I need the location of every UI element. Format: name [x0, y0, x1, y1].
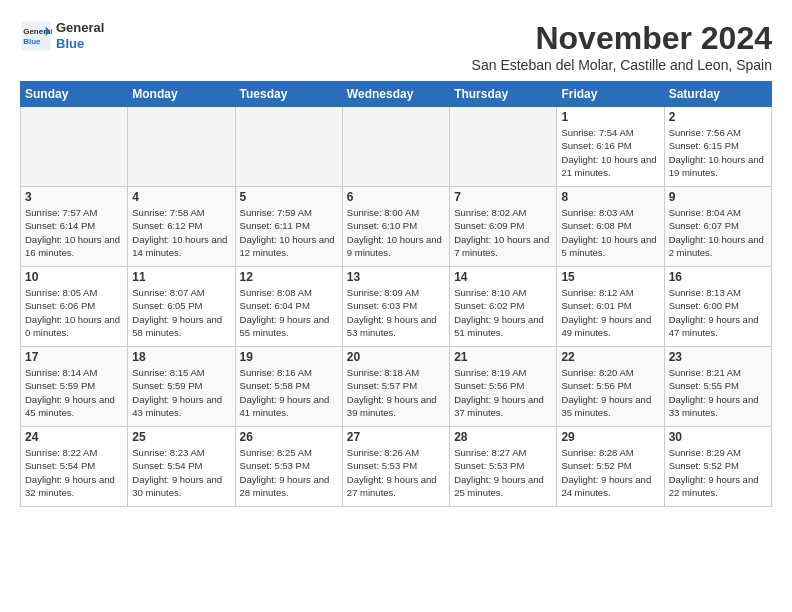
calendar-cell: 10Sunrise: 8:05 AMSunset: 6:06 PMDayligh…: [21, 267, 128, 347]
day-number: 27: [347, 430, 445, 444]
calendar-cell: 26Sunrise: 8:25 AMSunset: 5:53 PMDayligh…: [235, 427, 342, 507]
calendar-cell: 21Sunrise: 8:19 AMSunset: 5:56 PMDayligh…: [450, 347, 557, 427]
calendar-cell: 7Sunrise: 8:02 AMSunset: 6:09 PMDaylight…: [450, 187, 557, 267]
location-title: San Esteban del Molar, Castille and Leon…: [472, 57, 772, 73]
day-number: 10: [25, 270, 123, 284]
calendar-cell: 25Sunrise: 8:23 AMSunset: 5:54 PMDayligh…: [128, 427, 235, 507]
calendar-cell: 12Sunrise: 8:08 AMSunset: 6:04 PMDayligh…: [235, 267, 342, 347]
day-number: 20: [347, 350, 445, 364]
day-number: 8: [561, 190, 659, 204]
day-number: 5: [240, 190, 338, 204]
weekday-header-monday: Monday: [128, 82, 235, 107]
calendar-cell: 16Sunrise: 8:13 AMSunset: 6:00 PMDayligh…: [664, 267, 771, 347]
day-info: Sunrise: 8:08 AMSunset: 6:04 PMDaylight:…: [240, 286, 338, 339]
day-info: Sunrise: 8:09 AMSunset: 6:03 PMDaylight:…: [347, 286, 445, 339]
calendar-cell: [450, 107, 557, 187]
day-info: Sunrise: 8:28 AMSunset: 5:52 PMDaylight:…: [561, 446, 659, 499]
weekday-header-thursday: Thursday: [450, 82, 557, 107]
calendar-cell: 6Sunrise: 8:00 AMSunset: 6:10 PMDaylight…: [342, 187, 449, 267]
calendar-cell: 28Sunrise: 8:27 AMSunset: 5:53 PMDayligh…: [450, 427, 557, 507]
day-number: 4: [132, 190, 230, 204]
day-number: 21: [454, 350, 552, 364]
day-number: 17: [25, 350, 123, 364]
day-info: Sunrise: 7:59 AMSunset: 6:11 PMDaylight:…: [240, 206, 338, 259]
day-number: 23: [669, 350, 767, 364]
day-info: Sunrise: 7:56 AMSunset: 6:15 PMDaylight:…: [669, 126, 767, 179]
day-number: 7: [454, 190, 552, 204]
logo: General Blue General Blue: [20, 20, 104, 52]
calendar-cell: 29Sunrise: 8:28 AMSunset: 5:52 PMDayligh…: [557, 427, 664, 507]
day-info: Sunrise: 7:54 AMSunset: 6:16 PMDaylight:…: [561, 126, 659, 179]
calendar-cell: 9Sunrise: 8:04 AMSunset: 6:07 PMDaylight…: [664, 187, 771, 267]
week-row-1: 1Sunrise: 7:54 AMSunset: 6:16 PMDaylight…: [21, 107, 772, 187]
day-info: Sunrise: 8:29 AMSunset: 5:52 PMDaylight:…: [669, 446, 767, 499]
day-number: 22: [561, 350, 659, 364]
weekday-header-saturday: Saturday: [664, 82, 771, 107]
day-info: Sunrise: 8:20 AMSunset: 5:56 PMDaylight:…: [561, 366, 659, 419]
day-number: 11: [132, 270, 230, 284]
day-info: Sunrise: 8:27 AMSunset: 5:53 PMDaylight:…: [454, 446, 552, 499]
day-number: 30: [669, 430, 767, 444]
day-info: Sunrise: 8:23 AMSunset: 5:54 PMDaylight:…: [132, 446, 230, 499]
calendar-cell: 27Sunrise: 8:26 AMSunset: 5:53 PMDayligh…: [342, 427, 449, 507]
calendar-cell: 1Sunrise: 7:54 AMSunset: 6:16 PMDaylight…: [557, 107, 664, 187]
day-info: Sunrise: 7:58 AMSunset: 6:12 PMDaylight:…: [132, 206, 230, 259]
calendar-cell: [21, 107, 128, 187]
calendar-cell: 4Sunrise: 7:58 AMSunset: 6:12 PMDaylight…: [128, 187, 235, 267]
calendar-table: SundayMondayTuesdayWednesdayThursdayFrid…: [20, 81, 772, 507]
calendar-cell: 14Sunrise: 8:10 AMSunset: 6:02 PMDayligh…: [450, 267, 557, 347]
weekday-header-wednesday: Wednesday: [342, 82, 449, 107]
calendar-cell: [235, 107, 342, 187]
week-row-4: 17Sunrise: 8:14 AMSunset: 5:59 PMDayligh…: [21, 347, 772, 427]
day-info: Sunrise: 8:12 AMSunset: 6:01 PMDaylight:…: [561, 286, 659, 339]
logo-blue: Blue: [56, 36, 104, 52]
month-title: November 2024: [472, 20, 772, 57]
day-info: Sunrise: 8:16 AMSunset: 5:58 PMDaylight:…: [240, 366, 338, 419]
day-number: 18: [132, 350, 230, 364]
day-number: 26: [240, 430, 338, 444]
day-number: 3: [25, 190, 123, 204]
calendar-cell: [342, 107, 449, 187]
calendar-cell: 30Sunrise: 8:29 AMSunset: 5:52 PMDayligh…: [664, 427, 771, 507]
calendar-cell: 19Sunrise: 8:16 AMSunset: 5:58 PMDayligh…: [235, 347, 342, 427]
page-header: General Blue General Blue November 2024 …: [20, 20, 772, 73]
day-info: Sunrise: 8:07 AMSunset: 6:05 PMDaylight:…: [132, 286, 230, 339]
day-number: 24: [25, 430, 123, 444]
day-info: Sunrise: 7:57 AMSunset: 6:14 PMDaylight:…: [25, 206, 123, 259]
day-info: Sunrise: 8:10 AMSunset: 6:02 PMDaylight:…: [454, 286, 552, 339]
day-info: Sunrise: 8:18 AMSunset: 5:57 PMDaylight:…: [347, 366, 445, 419]
calendar-cell: 2Sunrise: 7:56 AMSunset: 6:15 PMDaylight…: [664, 107, 771, 187]
day-info: Sunrise: 8:26 AMSunset: 5:53 PMDaylight:…: [347, 446, 445, 499]
week-row-2: 3Sunrise: 7:57 AMSunset: 6:14 PMDaylight…: [21, 187, 772, 267]
day-number: 19: [240, 350, 338, 364]
day-info: Sunrise: 8:19 AMSunset: 5:56 PMDaylight:…: [454, 366, 552, 419]
day-number: 1: [561, 110, 659, 124]
svg-text:Blue: Blue: [23, 37, 41, 46]
calendar-cell: 15Sunrise: 8:12 AMSunset: 6:01 PMDayligh…: [557, 267, 664, 347]
calendar-cell: [128, 107, 235, 187]
day-number: 14: [454, 270, 552, 284]
day-number: 29: [561, 430, 659, 444]
week-row-5: 24Sunrise: 8:22 AMSunset: 5:54 PMDayligh…: [21, 427, 772, 507]
calendar-cell: 8Sunrise: 8:03 AMSunset: 6:08 PMDaylight…: [557, 187, 664, 267]
day-info: Sunrise: 8:21 AMSunset: 5:55 PMDaylight:…: [669, 366, 767, 419]
calendar-cell: 23Sunrise: 8:21 AMSunset: 5:55 PMDayligh…: [664, 347, 771, 427]
calendar-cell: 18Sunrise: 8:15 AMSunset: 5:59 PMDayligh…: [128, 347, 235, 427]
weekday-header-row: SundayMondayTuesdayWednesdayThursdayFrid…: [21, 82, 772, 107]
calendar-cell: 11Sunrise: 8:07 AMSunset: 6:05 PMDayligh…: [128, 267, 235, 347]
title-section: November 2024 San Esteban del Molar, Cas…: [472, 20, 772, 73]
calendar-cell: 22Sunrise: 8:20 AMSunset: 5:56 PMDayligh…: [557, 347, 664, 427]
day-number: 25: [132, 430, 230, 444]
weekday-header-sunday: Sunday: [21, 82, 128, 107]
day-number: 9: [669, 190, 767, 204]
day-info: Sunrise: 8:02 AMSunset: 6:09 PMDaylight:…: [454, 206, 552, 259]
day-number: 13: [347, 270, 445, 284]
logo-icon: General Blue: [20, 20, 52, 52]
day-info: Sunrise: 8:25 AMSunset: 5:53 PMDaylight:…: [240, 446, 338, 499]
week-row-3: 10Sunrise: 8:05 AMSunset: 6:06 PMDayligh…: [21, 267, 772, 347]
weekday-header-friday: Friday: [557, 82, 664, 107]
day-info: Sunrise: 8:13 AMSunset: 6:00 PMDaylight:…: [669, 286, 767, 339]
day-number: 28: [454, 430, 552, 444]
day-info: Sunrise: 8:22 AMSunset: 5:54 PMDaylight:…: [25, 446, 123, 499]
weekday-header-tuesday: Tuesday: [235, 82, 342, 107]
